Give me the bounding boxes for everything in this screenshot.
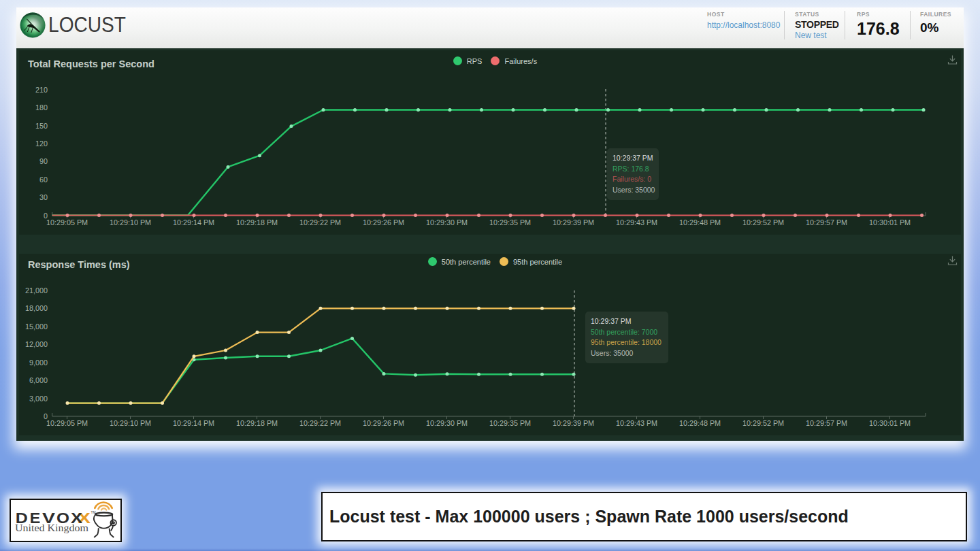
svg-text:30: 30 <box>39 193 48 201</box>
svg-text:9,000: 9,000 <box>29 358 48 367</box>
svg-text:10:29:35 PM: 10:29:35 PM <box>489 218 531 227</box>
svg-text:United Kingdom: United Kingdom <box>15 522 89 533</box>
svg-text:90: 90 <box>39 157 48 165</box>
svg-text:10:29:18 PM: 10:29:18 PM <box>236 419 278 427</box>
svg-text:60: 60 <box>39 176 48 184</box>
svg-text:15,000: 15,000 <box>25 322 48 331</box>
svg-text:10:29:57 PM: 10:29:57 PM <box>806 218 847 227</box>
svg-text:21,000: 21,000 <box>25 286 48 295</box>
svg-text:210: 210 <box>35 86 48 94</box>
svg-text:10:29:39 PM: 10:29:39 PM <box>553 218 594 227</box>
svg-text:10:29:52 PM: 10:29:52 PM <box>742 218 784 227</box>
svg-text:10:29:30 PM: 10:29:30 PM <box>426 218 468 227</box>
svg-text:10:29:30 PM: 10:29:30 PM <box>426 419 468 427</box>
svg-text:10:29:35 PM: 10:29:35 PM <box>489 419 531 427</box>
svg-text:10:29:05 PM: 10:29:05 PM <box>46 218 88 227</box>
svg-text:3,000: 3,000 <box>29 395 48 403</box>
svg-text:10:29:05 PM: 10:29:05 PM <box>46 419 88 427</box>
svg-text:150: 150 <box>35 122 48 130</box>
svg-text:10:29:14 PM: 10:29:14 PM <box>173 419 214 427</box>
svg-text:10:29:57 PM: 10:29:57 PM <box>806 419 847 427</box>
svg-text:10:30:01 PM: 10:30:01 PM <box>869 218 911 227</box>
svg-text:10:29:10 PM: 10:29:10 PM <box>110 218 151 227</box>
svg-text:12,000: 12,000 <box>25 340 48 348</box>
svg-text:120: 120 <box>35 139 48 148</box>
svg-text:10:29:10 PM: 10:29:10 PM <box>110 419 151 427</box>
svg-text:10:29:18 PM: 10:29:18 PM <box>236 218 278 227</box>
svg-text:18,000: 18,000 <box>25 304 48 312</box>
svg-text:10:29:22 PM: 10:29:22 PM <box>299 218 341 227</box>
svg-text:10:29:48 PM: 10:29:48 PM <box>679 218 721 227</box>
svg-text:10:29:48 PM: 10:29:48 PM <box>679 419 721 427</box>
svg-text:10:30:01 PM: 10:30:01 PM <box>869 419 911 427</box>
svg-text:10:29:26 PM: 10:29:26 PM <box>363 419 404 427</box>
svg-text:10:29:43 PM: 10:29:43 PM <box>616 218 657 227</box>
svg-text:LOCUST: LOCUST <box>48 12 126 37</box>
svg-text:6,000: 6,000 <box>29 376 48 384</box>
svg-text:10:29:39 PM: 10:29:39 PM <box>553 419 594 427</box>
svg-text:10:29:14 PM: 10:29:14 PM <box>173 218 214 227</box>
svg-text:10:29:22 PM: 10:29:22 PM <box>299 419 341 427</box>
svg-text:10:29:52 PM: 10:29:52 PM <box>742 419 784 427</box>
svg-text:180: 180 <box>35 103 48 112</box>
svg-text:10:29:43 PM: 10:29:43 PM <box>616 419 657 427</box>
svg-text:10:29:26 PM: 10:29:26 PM <box>363 218 404 227</box>
